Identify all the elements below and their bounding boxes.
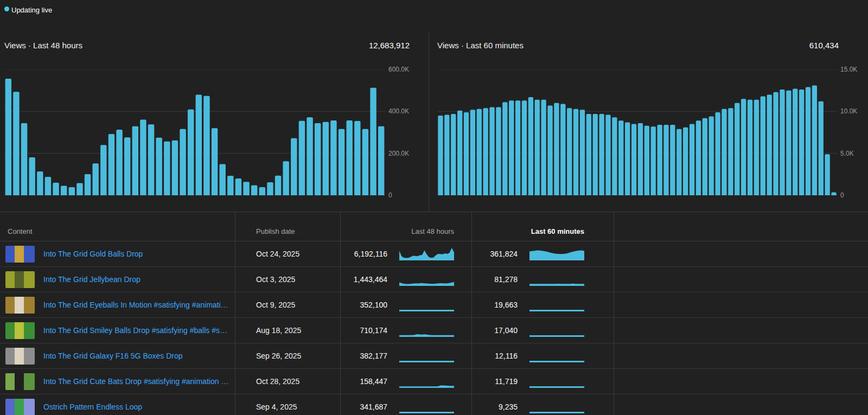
empty-cell — [614, 292, 868, 317]
views-60m-cell: 81,278 — [472, 267, 614, 292]
views-48h-value: 1,443,464 — [341, 275, 387, 284]
video-title-link[interactable]: Into The Grid Jellybean Drop — [43, 275, 141, 284]
views-48h-cell: 382,177 — [341, 343, 472, 368]
video-title-link[interactable]: Into The Grid Cute Bats Drop #satisfying… — [43, 377, 232, 386]
views-60m-value: 19,663 — [472, 301, 518, 309]
empty-cell — [614, 343, 868, 368]
column-header-content: Content — [0, 212, 235, 241]
sparkline-48h — [399, 273, 454, 286]
views-48h-cell: 158,447 — [341, 369, 472, 394]
sparkline-48h — [399, 349, 454, 362]
bar-chart-60m[interactable] — [437, 69, 837, 195]
bar-chart-48h[interactable] — [4, 69, 385, 195]
table-row: Into The Grid Cute Bats Drop #satisfying… — [0, 369, 868, 394]
y-tick-label: 0 — [388, 191, 392, 199]
chart-panel-60m: Views · Last 60 minutes 610,434 15.0K10.… — [429, 33, 868, 212]
sparkline-60m — [529, 324, 584, 337]
y-tick-label: 10.0K — [840, 107, 857, 115]
empty-cell — [614, 369, 868, 394]
views-48h-cell: 1,443,464 — [341, 267, 472, 292]
empty-cell — [614, 241, 868, 266]
y-tick-label: 600.0K — [388, 66, 409, 73]
views-60m-cell: 9,235 — [472, 394, 614, 415]
views-60m-cell: 361,824 — [472, 241, 614, 266]
video-thumbnail[interactable] — [5, 246, 35, 263]
sparkline-48h — [399, 400, 454, 413]
publish-date: Oct 3, 2025 — [235, 267, 341, 292]
empty-cell — [614, 394, 868, 415]
table-header-row: Content Publish date Last 48 hours Last … — [0, 212, 868, 241]
video-title-link[interactable]: Into The Grid Smiley Balls Drop #satisfy… — [43, 326, 232, 335]
empty-cell — [614, 267, 868, 292]
chart-body-60m: 15.0K10.0K5.0K0 — [437, 69, 839, 195]
publish-date: Oct 9, 2025 — [235, 292, 341, 317]
sparkline-60m — [529, 349, 584, 362]
views-60m-value: 12,116 — [472, 352, 518, 360]
video-title-link[interactable]: Into The Grid Galaxy F16 5G Boxes Drop — [43, 352, 183, 360]
publish-date: Oct 24, 2025 — [235, 241, 341, 266]
views-60m-value: 361,824 — [472, 250, 518, 258]
content-cell: Into The Grid Jellybean Drop — [0, 267, 235, 292]
chart-title-60m: Views · Last 60 minutes — [437, 41, 524, 50]
y-axis-labels-60m: 15.0K10.0K5.0K0 — [837, 69, 868, 195]
table-row: Into The Grid Galaxy F16 5G Boxes Drop S… — [0, 343, 868, 369]
publish-date: Aug 18, 2025 — [235, 318, 341, 343]
views-48h-cell: 352,100 — [341, 292, 472, 317]
views-60m-cell: 12,116 — [472, 343, 614, 368]
table-row: Ostrich Pattern Endless Loop Sep 4, 2025… — [0, 394, 868, 415]
table-row: Into The Grid Eyeballs In Motion #satisf… — [0, 292, 868, 318]
column-header-empty — [614, 212, 868, 241]
views-60m-value: 11,719 — [472, 377, 518, 386]
video-thumbnail[interactable] — [5, 271, 35, 288]
views-60m-value: 81,278 — [472, 275, 518, 284]
video-thumbnail[interactable] — [5, 373, 35, 390]
content-cell: Ostrich Pattern Endless Loop — [0, 394, 235, 415]
y-axis-labels-48h: 600.0K400.0K200.0K0 — [385, 69, 429, 195]
table-row: Into The Grid Jellybean Drop Oct 3, 2025… — [0, 267, 868, 292]
table-row: Into The Grid Smiley Balls Drop #satisfy… — [0, 318, 868, 343]
views-48h-value: 158,447 — [341, 377, 387, 386]
y-tick-label: 200.0K — [388, 150, 409, 157]
y-tick-label: 400.0K — [388, 107, 409, 115]
live-dot-icon — [4, 7, 9, 11]
publish-date: Sep 26, 2025 — [235, 343, 341, 368]
column-header-last-60-minutes: Last 60 minutes — [472, 212, 614, 241]
video-thumbnail[interactable] — [5, 348, 35, 365]
video-thumbnail[interactable] — [5, 399, 35, 415]
views-48h-value: 341,687 — [341, 403, 387, 411]
sparkline-48h — [399, 298, 454, 311]
sparkline-48h — [399, 375, 454, 388]
content-table: Content Publish date Last 48 hours Last … — [0, 212, 868, 415]
views-48h-cell: 710,174 — [341, 318, 472, 343]
video-title-link[interactable]: Ostrich Pattern Endless Loop — [43, 403, 142, 411]
sparkline-48h — [399, 247, 454, 260]
video-title-link[interactable]: Into The Grid Eyeballs In Motion #satisf… — [43, 301, 232, 309]
views-60m-cell: 17,040 — [472, 318, 614, 343]
table-body: Into The Grid Gold Balls Drop Oct 24, 20… — [0, 241, 868, 415]
empty-cell — [614, 318, 868, 343]
views-48h-value: 6,192,116 — [341, 250, 387, 258]
chart-panel-48h: Views · Last 48 hours 12,683,912 600.0K4… — [0, 33, 429, 212]
y-tick-label: 15.0K — [840, 66, 857, 73]
content-cell: Into The Grid Cute Bats Drop #satisfying… — [0, 369, 235, 394]
views-48h-cell: 6,192,116 — [341, 241, 472, 266]
sparkline-48h — [399, 324, 454, 337]
live-label: Updating live — [11, 6, 52, 14]
chart-total-60m: 610,434 — [809, 41, 839, 50]
sparkline-60m — [529, 375, 584, 388]
content-cell: Into The Grid Eyeballs In Motion #satisf… — [0, 292, 235, 317]
chart-body-48h: 600.0K400.0K200.0K0 — [4, 69, 410, 195]
video-thumbnail[interactable] — [5, 322, 35, 339]
content-cell: Into The Grid Galaxy F16 5G Boxes Drop — [0, 343, 235, 368]
column-header-last-48-hours: Last 48 hours — [341, 212, 472, 241]
video-title-link[interactable]: Into The Grid Gold Balls Drop — [43, 250, 143, 258]
views-48h-value: 352,100 — [341, 301, 387, 309]
chart-head-48h: Views · Last 48 hours 12,683,912 — [4, 41, 410, 52]
live-indicator: Updating live — [4, 6, 52, 14]
sparkline-60m — [529, 273, 584, 286]
realtime-charts-section: Views · Last 48 hours 12,683,912 600.0K4… — [0, 33, 868, 212]
content-cell: Into The Grid Smiley Balls Drop #satisfy… — [0, 318, 235, 343]
sparkline-60m — [529, 247, 584, 260]
video-thumbnail[interactable] — [5, 297, 35, 314]
y-tick-label: 0 — [840, 191, 844, 199]
